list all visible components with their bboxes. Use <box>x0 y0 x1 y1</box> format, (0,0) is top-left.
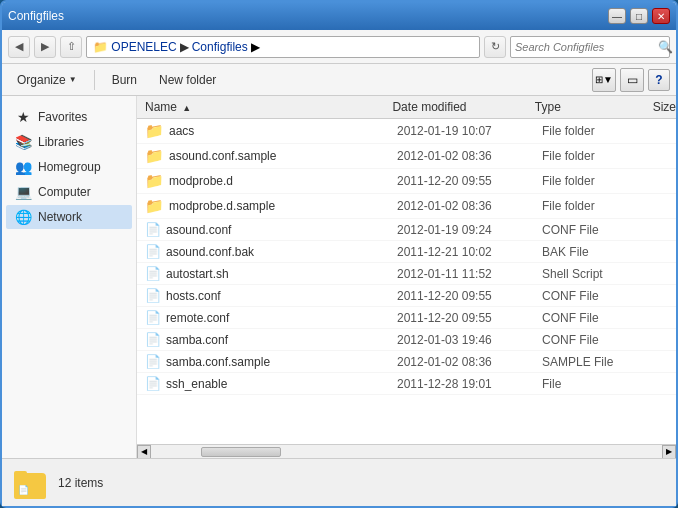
file-name: autostart.sh <box>166 267 229 281</box>
address-path[interactable]: 📁 OPENELEC ▶ Configfiles ▶ <box>86 36 480 58</box>
file-name-cell: 📄 samba.conf.sample <box>137 354 397 369</box>
file-type: File folder <box>542 199 662 213</box>
sidebar-item-favorites[interactable]: ★ Favorites <box>6 105 132 129</box>
file-name: ssh_enable <box>166 377 227 391</box>
file-date: 2012-01-03 19:46 <box>397 333 542 347</box>
computer-icon: 💻 <box>14 184 32 200</box>
col-header-date[interactable]: Date modified <box>392 100 534 114</box>
table-row[interactable]: 📁 modprobe.d 2011-12-20 09:55 File folde… <box>137 169 676 194</box>
col-header-size[interactable]: Size <box>653 100 676 114</box>
sidebar-label-libraries: Libraries <box>38 135 84 149</box>
sidebar-item-network[interactable]: 🌐 Network <box>6 205 132 229</box>
sidebar-label-favorites: Favorites <box>38 110 87 124</box>
file-date: 2011-12-21 10:02 <box>397 245 542 259</box>
preview-pane-button[interactable]: ▭ <box>620 68 644 92</box>
folder-icon: 📁 <box>145 197 164 215</box>
file-type: File folder <box>542 149 662 163</box>
status-bar: 📄 12 items <box>2 458 676 506</box>
file-name: samba.conf <box>166 333 228 347</box>
sidebar-item-computer[interactable]: 💻 Computer <box>6 180 132 204</box>
file-name-cell: 📄 asound.conf.bak <box>137 244 397 259</box>
path-part-2[interactable]: Configfiles <box>192 40 248 54</box>
file-name: aacs <box>169 124 194 138</box>
back-button[interactable]: ◀ <box>8 36 30 58</box>
file-type: CONF File <box>542 223 662 237</box>
toolbar: Organize ▼ Burn New folder ⊞▼ ▭ ? <box>2 64 676 96</box>
file-icon: 📄 <box>145 288 161 303</box>
file-icon: 📄 <box>145 244 161 259</box>
table-row[interactable]: 📄 asound.conf.bak 2011-12-21 10:02 BAK F… <box>137 241 676 263</box>
path-part-1[interactable]: OPENELEC <box>111 40 176 54</box>
search-input[interactable] <box>511 41 658 53</box>
sidebar-item-libraries[interactable]: 📚 Libraries <box>6 130 132 154</box>
file-icon: 📄 <box>145 222 161 237</box>
table-row[interactable]: 📄 autostart.sh 2012-01-11 11:52 Shell Sc… <box>137 263 676 285</box>
path-icon: 📁 <box>93 40 108 54</box>
table-row[interactable]: 📄 ssh_enable 2011-12-28 19:01 File <box>137 373 676 395</box>
up-button[interactable]: ⇧ <box>60 36 82 58</box>
file-name: modprobe.d.sample <box>169 199 275 213</box>
homegroup-icon: 👥 <box>14 159 32 175</box>
refresh-button[interactable]: ↻ <box>484 36 506 58</box>
col-header-name[interactable]: Name ▲ <box>137 100 392 114</box>
file-list-area: Name ▲ Date modified Type Size 📁 aacs <box>137 96 676 458</box>
status-count: 12 items <box>58 476 103 490</box>
main-content: ★ Favorites 📚 Libraries 👥 Homegroup 💻 Co… <box>2 96 676 458</box>
new-folder-button[interactable]: New folder <box>150 70 225 90</box>
file-date: 2011-12-20 09:55 <box>397 174 542 188</box>
minimize-button[interactable]: — <box>608 8 626 24</box>
scroll-left-button[interactable]: ◀ <box>137 445 151 459</box>
file-icon: 📄 <box>145 354 161 369</box>
file-date: 2012-01-19 10:07 <box>397 124 542 138</box>
file-date: 2012-01-02 08:36 <box>397 149 542 163</box>
table-row[interactable]: 📁 modprobe.d.sample 2012-01-02 08:36 Fil… <box>137 194 676 219</box>
window-controls: — □ ✕ <box>608 8 670 24</box>
file-name-cell: 📁 modprobe.d <box>137 172 397 190</box>
search-icon[interactable]: 🔍 <box>658 37 673 57</box>
horizontal-scrollbar[interactable]: ◀ ▶ <box>137 444 676 458</box>
folder-icon: 📁 <box>145 122 164 140</box>
view-options-button[interactable]: ⊞▼ <box>592 68 616 92</box>
organize-button[interactable]: Organize ▼ <box>8 70 86 90</box>
script-icon: 📄 <box>145 266 161 281</box>
burn-button[interactable]: Burn <box>103 70 146 90</box>
maximize-button[interactable]: □ <box>630 8 648 24</box>
file-type: Shell Script <box>542 267 662 281</box>
file-date: 2011-12-20 09:55 <box>397 311 542 325</box>
scroll-right-button[interactable]: ▶ <box>662 445 676 459</box>
table-row[interactable]: 📁 asound.conf.sample 2012-01-02 08:36 Fi… <box>137 144 676 169</box>
file-date: 2012-01-19 09:24 <box>397 223 542 237</box>
file-name: remote.conf <box>166 311 229 325</box>
file-name: asound.conf.sample <box>169 149 276 163</box>
close-button[interactable]: ✕ <box>652 8 670 24</box>
table-row[interactable]: 📁 aacs 2012-01-19 10:07 File folder <box>137 119 676 144</box>
sidebar-item-homegroup[interactable]: 👥 Homegroup <box>6 155 132 179</box>
scroll-thumb[interactable] <box>201 447 281 457</box>
file-name: asound.conf <box>166 223 231 237</box>
address-bar: ◀ ▶ ⇧ 📁 OPENELEC ▶ Configfiles ▶ ↻ 🔍 <box>2 30 676 64</box>
network-icon: 🌐 <box>14 209 32 225</box>
table-row[interactable]: 📄 samba.conf 2012-01-03 19:46 CONF File <box>137 329 676 351</box>
file-name-cell: 📄 ssh_enable <box>137 376 397 391</box>
help-button[interactable]: ? <box>648 69 670 91</box>
table-row[interactable]: 📄 samba.conf.sample 2012-01-02 08:36 SAM… <box>137 351 676 373</box>
window-title: Configfiles <box>8 9 64 23</box>
table-row[interactable]: 📄 asound.conf 2012-01-19 09:24 CONF File <box>137 219 676 241</box>
table-row[interactable]: 📄 hosts.conf 2011-12-20 09:55 CONF File <box>137 285 676 307</box>
folder-icon: 📁 <box>145 147 164 165</box>
file-type: File folder <box>542 174 662 188</box>
file-name: hosts.conf <box>166 289 221 303</box>
file-name-cell: 📁 aacs <box>137 122 397 140</box>
file-icon: 📄 <box>145 376 161 391</box>
file-name-cell: 📄 hosts.conf <box>137 288 397 303</box>
sort-arrow: ▲ <box>182 103 191 113</box>
file-type: File <box>542 377 662 391</box>
title-bar: Configfiles — □ ✕ <box>2 2 676 30</box>
col-header-type[interactable]: Type <box>535 100 653 114</box>
file-type: SAMPLE File <box>542 355 662 369</box>
scroll-track[interactable] <box>151 446 662 458</box>
sidebar: ★ Favorites 📚 Libraries 👥 Homegroup 💻 Co… <box>2 96 137 458</box>
forward-button[interactable]: ▶ <box>34 36 56 58</box>
table-row[interactable]: 📄 remote.conf 2011-12-20 09:55 CONF File <box>137 307 676 329</box>
file-name-cell: 📄 asound.conf <box>137 222 397 237</box>
